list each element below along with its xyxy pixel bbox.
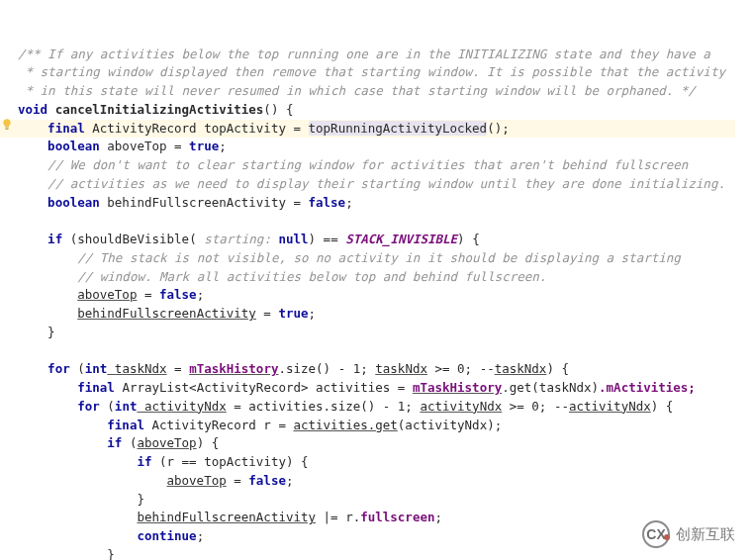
keyword-null: null [278, 232, 308, 246]
keyword-final: final [107, 418, 144, 432]
keyword-boolean: boolean [47, 195, 100, 210]
keyword-if: if [47, 232, 62, 246]
svg-rect-0 [5, 127, 9, 128]
code-text: ) == [309, 232, 346, 246]
code-text: ; [197, 287, 205, 302]
code-text: ; [219, 139, 227, 153]
keyword-true: true [189, 139, 219, 153]
code-text: () { [263, 102, 293, 117]
keyword-false: false [159, 287, 197, 302]
keyword-true: true [278, 306, 308, 321]
code-text: ; [286, 473, 294, 488]
field-ref: mTaskHistory [189, 361, 278, 376]
variable: taskNdx [495, 361, 547, 376]
line-comment: // activities as we need to display thei… [47, 176, 725, 191]
line-comment: // window. Mark all activities below top… [77, 269, 546, 284]
method-call: .get [502, 380, 531, 395]
code-text: ( [62, 232, 77, 246]
field-ref: mTaskHistory [413, 380, 502, 395]
intention-bulb-icon[interactable] [0, 80, 14, 94]
javadoc-line: /** If any activities below the top runn… [18, 47, 710, 61]
svg-rect-1 [6, 128, 9, 129]
keyword-false: false [248, 473, 286, 488]
close-brace: } [47, 325, 55, 339]
code-text: r == topActivity [167, 454, 286, 469]
code-text: = [167, 361, 190, 376]
keyword-int: int [85, 361, 108, 376]
variable: aboveTop [77, 287, 137, 302]
keyword-continue: continue [137, 528, 196, 543]
code-text: ; [345, 195, 353, 210]
keyword-final: final [77, 380, 115, 395]
variable: aboveTop [137, 435, 196, 450]
code-text: ) { [457, 232, 480, 246]
watermark: CX 创新互联 [642, 520, 735, 548]
keyword-for: for [77, 399, 100, 414]
code-text: (activityNdx); [398, 418, 502, 432]
javadoc-line: * starting window displayed then remove … [18, 64, 725, 79]
code-text: |= r. [316, 510, 360, 524]
code-text: = activities.size() - 1; [227, 399, 421, 414]
keyword-if: if [137, 454, 151, 469]
method-name: cancelInitializingActivities [55, 102, 264, 117]
type-name: ActivityRecord [92, 121, 196, 136]
close-brace: } [107, 547, 115, 560]
code-text: r = [256, 418, 294, 432]
code-text: = [227, 473, 249, 488]
keyword-boolean: boolean [47, 139, 100, 153]
method-call: shouldBeVisible [77, 232, 189, 246]
code-text: aboveTop = [100, 139, 189, 153]
code-text: ; [197, 528, 205, 543]
variable: activityNdx [420, 399, 502, 414]
close-brace: } [137, 492, 144, 507]
code-text: ; [434, 510, 442, 524]
watermark-text: 创新互联 [676, 523, 735, 546]
code-editor-view: /** If any activities below the top runn… [0, 8, 753, 560]
code-text: behindFullscreenActivity = [100, 195, 309, 210]
type-name: ArrayList<ActivityRecord> [122, 380, 308, 395]
constant: STACK_INVISIBLE [345, 232, 457, 246]
code-text: >= 0; -- [427, 361, 495, 376]
keyword-final: final [47, 121, 85, 136]
variable: taskNdx [107, 361, 166, 376]
variable: behindFullscreenActivity [137, 510, 316, 524]
method-call: activities.get [293, 418, 397, 432]
variable: taskNdx [375, 361, 427, 376]
code-text: ) { [197, 435, 220, 450]
keyword-if: if [107, 435, 122, 450]
watermark-logo-icon: CX [642, 520, 670, 548]
param-annotation: starting: [197, 232, 279, 246]
variable: aboveTop [167, 473, 227, 488]
code-text: activities = [309, 380, 413, 395]
line-comment: // We don't want to clear starting windo… [47, 157, 688, 172]
code-text: (); [487, 121, 510, 136]
code-text: .size() - 1; [278, 361, 375, 376]
line-comment: // The stack is not visible, so no activ… [77, 250, 681, 265]
javadoc-line: * in this state will never resumed in wh… [18, 83, 696, 98]
field-ref: .mActivities; [599, 380, 696, 395]
code-text: >= 0; -- [502, 399, 569, 414]
code-text: (taskNdx) [531, 380, 599, 395]
code-text: ; [309, 306, 317, 321]
keyword-false: false [309, 195, 346, 210]
method-call: topRunningActivityLocked [309, 121, 488, 136]
keyword-for: for [47, 361, 70, 376]
highlighted-line: final ActivityRecord topActivity = topRu… [0, 120, 735, 139]
variable: activityNdx [137, 399, 226, 414]
code-text: topActivity = [197, 121, 309, 136]
field-ref: fullscreen [360, 510, 434, 524]
variable: activityNdx [569, 399, 651, 414]
code-text: = [137, 287, 159, 302]
variable: behindFullscreenActivity [77, 306, 256, 321]
code-text: = [256, 306, 279, 321]
keyword-int: int [115, 399, 138, 414]
type-name: ActivityRecord [151, 418, 255, 432]
